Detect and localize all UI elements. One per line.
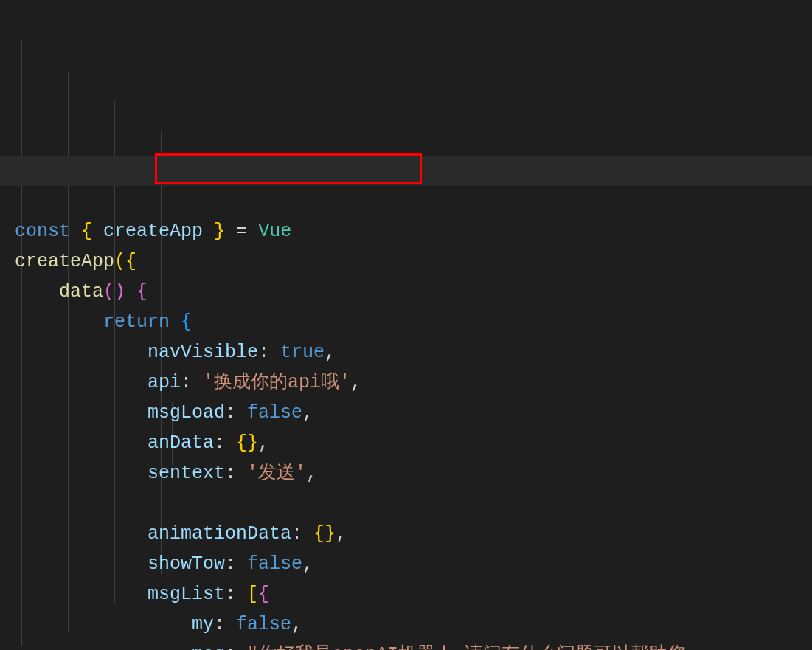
ident-Vue: Vue [258,221,291,242]
keyword-return: return [103,311,170,333]
literal-true: true [280,342,325,363]
method-data: data [59,281,103,302]
literal-false: false [247,553,302,575]
ident-createApp: createApp [103,221,203,242]
prop-msgLoad: msgLoad [148,402,225,423]
prop-showTow: showTow [148,553,225,575]
prop-navVisible: navVisible [148,342,258,363]
prop-api: api [148,372,181,393]
string-sentext: '发送' [247,463,306,484]
keyword-const: const [15,221,70,242]
string-api: '换成你的api哦' [203,372,350,393]
prop-anData: anData [148,432,214,454]
code-editor[interactable]: const { createApp } = Vue createApp({ da… [0,0,812,650]
prop-animationData: animationData [148,523,291,544]
prop-msg-inner: msg [192,644,225,650]
string-msg-greeting: "你好我是openAI机器人,请问有什么问题可以帮助您 [247,644,686,650]
prop-sentext: sentext [148,463,225,484]
prop-my: my [192,614,214,635]
literal-false: false [236,614,291,635]
prop-msgList: msgList [148,584,225,605]
call-createApp: createApp [15,251,114,272]
literal-false: false [247,402,302,423]
